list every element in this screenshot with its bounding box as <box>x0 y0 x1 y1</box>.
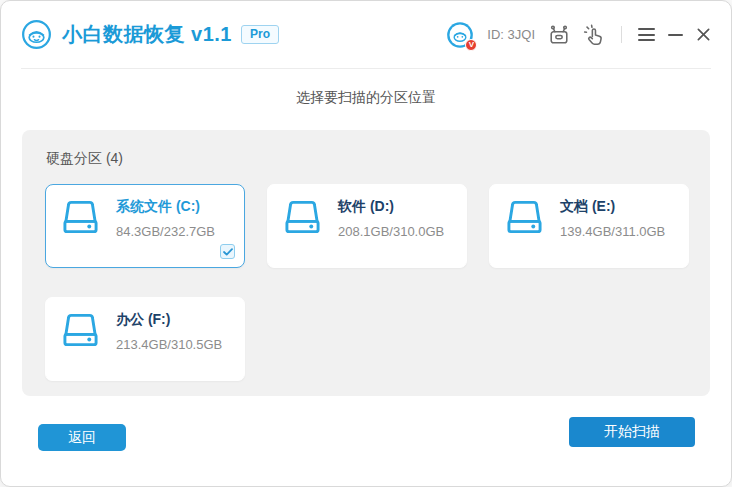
user-id: ID: 3JQI <box>487 27 535 42</box>
drive-icon <box>504 199 545 236</box>
partition-size: 84.3GB/232.7GB <box>116 224 215 239</box>
partition-size: 208.1GB/310.0GB <box>338 224 444 239</box>
partition-card-c[interactable]: 系统文件 (C:) 84.3GB/232.7GB <box>45 184 245 268</box>
partition-name: 系统文件 (C:) <box>116 198 215 216</box>
drive-icon <box>282 199 323 236</box>
hand-click-icon[interactable] <box>583 24 605 46</box>
partition-card-d[interactable]: 软件 (D:) 208.1GB/310.0GB <box>267 184 467 268</box>
vip-badge: V <box>465 39 477 51</box>
partitions-panel: 硬盘分区 (4) 系统文件 (C:) 84.3GB/232.7GB <box>22 130 710 396</box>
app-window: 小白数据恢复 v1.1 Pro V ID: 3JQI <box>0 0 732 487</box>
app-title: 小白数据恢复 v1.1 <box>62 21 232 48</box>
partition-size: 213.4GB/310.5GB <box>116 337 222 352</box>
partition-name: 办公 (F:) <box>116 311 222 329</box>
drive-icon <box>60 312 101 349</box>
partition-card-f[interactable]: 办公 (F:) 213.4GB/310.5GB <box>45 297 245 381</box>
page-subtitle: 选择要扫描的分区位置 <box>1 89 731 107</box>
check-icon <box>223 248 233 256</box>
selected-checkbox[interactable] <box>220 244 235 259</box>
back-button[interactable]: 返回 <box>38 424 126 451</box>
support-robot-icon[interactable] <box>548 24 570 46</box>
partition-name: 文档 (E:) <box>560 198 665 216</box>
header-divider <box>621 26 622 43</box>
partition-card-e[interactable]: 文档 (E:) 139.4GB/311.0GB <box>489 184 689 268</box>
start-scan-button[interactable]: 开始扫描 <box>569 417 695 447</box>
partitions-grid: 系统文件 (C:) 84.3GB/232.7GB 软件 (D:) <box>45 184 687 381</box>
title-bar: 小白数据恢复 v1.1 Pro V ID: 3JQI <box>1 1 731 68</box>
header-rule <box>21 68 711 69</box>
minimize-icon[interactable] <box>668 34 683 36</box>
app-logo-icon <box>21 19 52 50</box>
close-icon[interactable] <box>696 27 711 42</box>
partition-name: 软件 (D:) <box>338 198 444 216</box>
menu-icon[interactable] <box>638 28 655 41</box>
pro-badge: Pro <box>241 25 279 44</box>
partitions-header: 硬盘分区 (4) <box>46 150 687 168</box>
user-avatar[interactable]: V <box>446 21 474 49</box>
drive-icon <box>60 199 101 236</box>
partition-size: 139.4GB/311.0GB <box>560 224 665 239</box>
